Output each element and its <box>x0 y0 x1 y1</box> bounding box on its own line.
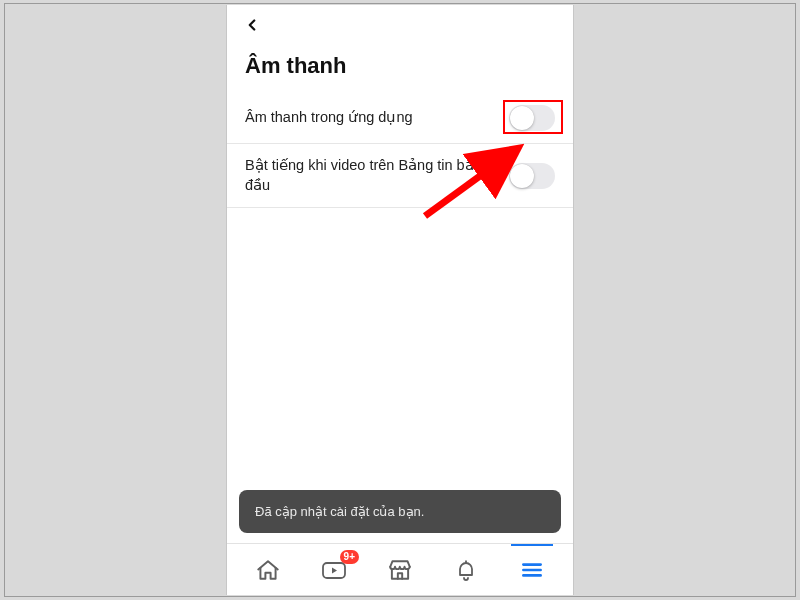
screenshot-frame: Âm thanh Âm thanh trong ứng dụng Bật tiế… <box>4 3 796 597</box>
marketplace-icon <box>387 557 413 583</box>
chevron-left-icon <box>243 16 261 34</box>
setting-label: Âm thanh trong ứng dụng <box>245 108 413 128</box>
watch-badge: 9+ <box>340 550 359 564</box>
setting-row-in-app-sound: Âm thanh trong ứng dụng <box>227 93 573 144</box>
top-bar <box>227 5 573 45</box>
setting-label: Bật tiếng khi video trên Bảng tin bắt đầ… <box>245 156 493 195</box>
setting-row-video-autoplay-sound: Bật tiếng khi video trên Bảng tin bắt đầ… <box>227 144 573 208</box>
bell-icon <box>454 557 478 583</box>
tab-menu[interactable] <box>505 544 559 596</box>
tab-watch[interactable]: 9+ <box>307 544 361 596</box>
toast-notification: Đã cập nhật cài đặt của bạn. <box>239 490 561 533</box>
phone-screen: Âm thanh Âm thanh trong ứng dụng Bật tiế… <box>226 5 574 595</box>
toggle-knob <box>510 106 534 130</box>
back-button[interactable] <box>239 12 265 38</box>
page-title: Âm thanh <box>227 45 573 93</box>
menu-icon <box>519 557 545 583</box>
home-icon <box>255 557 281 583</box>
toggle-video-autoplay-sound[interactable] <box>509 163 555 189</box>
toggle-knob <box>510 164 534 188</box>
toggle-in-app-sound[interactable] <box>509 105 555 131</box>
toast-message: Đã cập nhật cài đặt của bạn. <box>255 504 424 519</box>
bottom-tab-bar: 9+ <box>227 543 573 595</box>
tab-home[interactable] <box>241 544 295 596</box>
tab-notifications[interactable] <box>439 544 493 596</box>
tab-marketplace[interactable] <box>373 544 427 596</box>
